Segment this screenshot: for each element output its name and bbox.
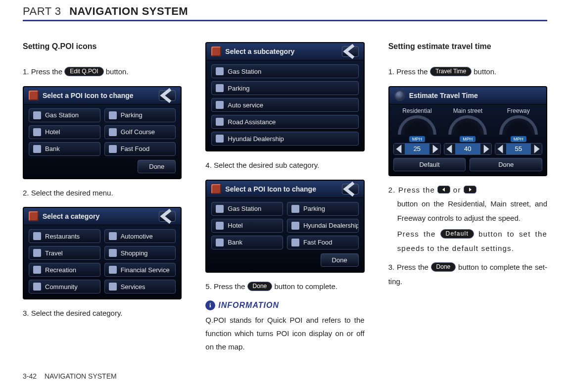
list-item[interactable]: Road Assistance [211, 115, 358, 129]
list-item[interactable]: Services [104, 280, 176, 294]
default-button[interactable]: Default [393, 158, 466, 171]
edit-qpoi-button[interactable]: Edit Q.POI [64, 67, 103, 76]
column-right: Setting estimate travel time 1. Press th… [388, 42, 547, 353]
list-item[interactable]: Gas Station [211, 202, 283, 216]
information-heading: i INFORMATION [205, 300, 364, 310]
list-item[interactable]: Hyundai Dealership [211, 132, 358, 146]
list-item[interactable]: Restaurants [29, 229, 100, 243]
list-item[interactable]: Fast Food [287, 236, 359, 249]
gauge-residential: Residential MPH [393, 107, 441, 140]
section-heading-travel-time: Setting estimate travel time [388, 42, 547, 51]
step-text: 2. Press the [388, 186, 438, 194]
list-item[interactable]: Hotel [211, 219, 283, 233]
info-icon: i [205, 300, 215, 310]
column-left: Setting Q.POI icons 1. Press the Edit Q.… [23, 42, 182, 353]
list-item[interactable]: Golf Course [104, 125, 176, 139]
step-text: 2. Select the desired menu. [23, 186, 182, 200]
step-text: 4. Select the desired sub category. [205, 158, 364, 173]
back-button[interactable] [159, 90, 176, 101]
information-body: Q.POI stands for Quick POI and refers to… [205, 313, 364, 353]
step-text: 5. Press the [205, 282, 247, 291]
speed-stepper-mainstreet[interactable]: 40 [444, 143, 491, 155]
speed-stepper-freeway[interactable]: 55 [495, 143, 542, 155]
done-button[interactable]: Done [321, 253, 359, 267]
list-item[interactable]: Gas Station [211, 64, 358, 78]
screenshot-estimate-travel-time: Estimate Travel Time Residential MPH Mai… [388, 86, 547, 176]
back-button[interactable] [342, 46, 359, 57]
step-text: 1. Press the [388, 67, 430, 76]
screenshot-title: Select a POI Icon to change [43, 92, 134, 99]
list-item[interactable]: Fast Food [104, 142, 176, 156]
screenshot-poi-icon-change-2: Select a POI Icon to change Gas Station … [205, 180, 364, 273]
step-text: button to complete. [274, 282, 337, 291]
screenshot-select-subcategory: Select a subcategory Gas Station Parking… [205, 42, 364, 151]
list-item[interactable]: Travel [29, 246, 100, 260]
page-header: PART 3 NAVIGATION SYSTEM [23, 0, 547, 21]
list-item[interactable]: Community [29, 280, 100, 294]
arrow-right-icon[interactable] [429, 144, 440, 154]
screenshot-title: Estimate Travel Time [409, 92, 478, 99]
list-item[interactable]: Bank [211, 236, 283, 249]
step-text: or [453, 186, 464, 194]
screenshot-poi-icon-change: Select a POI Icon to change Gas Station … [23, 86, 182, 179]
footer-label: NAVIGATION SYSTEM [45, 372, 117, 380]
done-button[interactable]: Done [247, 282, 273, 291]
default-button[interactable]: Default [440, 229, 474, 239]
flag-icon [29, 211, 39, 221]
column-middle: Select a subcategory Gas Station Parking… [205, 42, 364, 353]
flag-icon [211, 184, 221, 194]
list-item[interactable]: Shopping [104, 246, 176, 260]
list-item[interactable]: Gas Station [29, 108, 100, 122]
step-text: button on the Residential, Main street, … [397, 197, 547, 225]
travel-time-button[interactable]: Travel Time [430, 67, 472, 76]
flag-icon [29, 91, 39, 100]
arrow-right-icon[interactable] [480, 144, 491, 154]
flag-icon [211, 47, 221, 56]
arrow-right-icon[interactable] [531, 144, 542, 154]
part-title: NAVIGATION SYSTEM [69, 5, 188, 17]
page-number: 3-42 [23, 372, 37, 380]
list-item[interactable]: Financial Service [104, 263, 176, 277]
gauge-freeway: Freeway MPH [495, 107, 542, 140]
list-item[interactable]: Hotel [29, 125, 100, 139]
arrow-left-button[interactable] [437, 186, 450, 194]
screenshot-title: Select a POI Icon to change [225, 185, 316, 193]
step-text: button. [106, 67, 129, 76]
list-item[interactable]: Parking [287, 202, 359, 216]
part-label: PART 3 [23, 5, 61, 17]
step-text: 3. Select the desired category. [23, 306, 182, 321]
list-item[interactable]: Automotive [104, 229, 176, 243]
step-text: button. [474, 67, 496, 76]
step-text: 3. Press the [388, 263, 431, 271]
done-button[interactable]: Done [138, 160, 176, 173]
screenshot-title: Select a category [43, 212, 99, 220]
list-item[interactable]: Recreation [29, 263, 100, 277]
arrow-right-button[interactable] [464, 186, 476, 194]
done-button[interactable]: Done [431, 262, 456, 272]
section-heading-qpoi: Setting Q.POI icons [23, 42, 182, 51]
arrow-left-icon[interactable] [444, 144, 455, 154]
done-button[interactable]: Done [470, 158, 542, 171]
speed-stepper-residential[interactable]: 25 [393, 143, 441, 155]
step-text: 1. Press the [23, 67, 64, 76]
back-button[interactable] [159, 211, 176, 222]
screenshot-title: Select a subcategory [225, 48, 294, 55]
step-text: Press the [397, 230, 440, 238]
list-item[interactable]: Hyundai Dealership [287, 219, 359, 233]
page-footer: 3-42 NAVIGATION SYSTEM [23, 372, 117, 380]
arrow-left-icon[interactable] [394, 144, 405, 154]
list-item[interactable]: Bank [29, 142, 100, 156]
screenshot-select-category: Select a category Restaurants Automotive… [23, 207, 182, 299]
gauge-mainstreet: Main street MPH [444, 107, 491, 140]
list-item[interactable]: Parking [211, 81, 358, 95]
gauge-icon [394, 90, 405, 101]
list-item[interactable]: Parking [104, 108, 176, 122]
list-item[interactable]: Auto service [211, 98, 358, 112]
back-button[interactable] [342, 184, 359, 195]
arrow-left-icon[interactable] [495, 144, 506, 154]
